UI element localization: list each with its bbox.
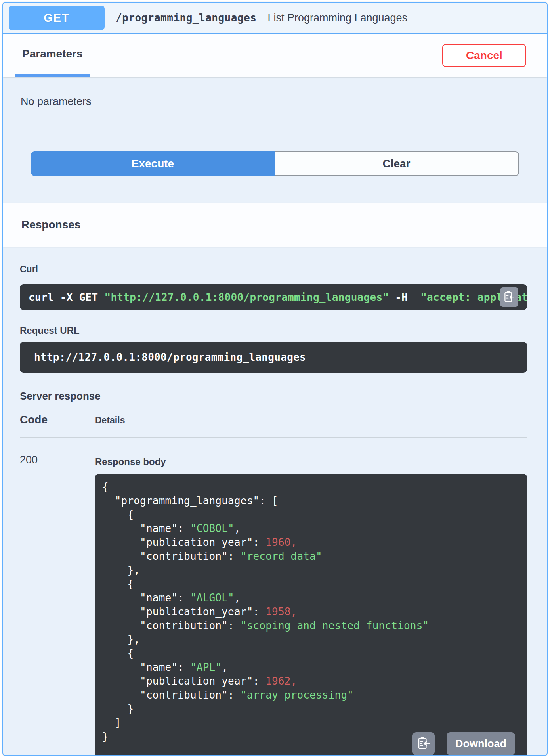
clipboard-copy-icon <box>503 290 515 304</box>
execute-wrapper: Execute Clear <box>3 108 547 203</box>
opblock-summary[interactable]: GET /programming_languages List Programm… <box>3 3 547 34</box>
request-url-value: http://127.0.0.1:8000/programming_langua… <box>34 351 306 363</box>
response-table-header: Code Details <box>20 413 527 438</box>
responses-section-header: Responses <box>3 203 547 247</box>
cancel-button[interactable]: Cancel <box>442 44 526 67</box>
responses-title: Responses <box>21 218 80 231</box>
tab-parameters[interactable]: Parameters <box>15 34 90 77</box>
response-body-actions: Download <box>412 732 515 755</box>
response-body-block: { "programming_languages": [ { "name": "… <box>95 474 527 756</box>
copy-response-button[interactable] <box>412 732 435 755</box>
parameters-title: Parameters <box>22 48 83 60</box>
endpoint-path: /programming_languages <box>116 12 256 24</box>
request-url-label: Request URL <box>20 325 527 336</box>
responses-inner: Curl curl -X GET "http://127.0.0.1:8000/… <box>3 247 547 756</box>
details-column-header: Details <box>95 415 527 426</box>
execute-button[interactable]: Execute <box>31 151 275 176</box>
no-parameters-text: No parameters <box>3 77 547 108</box>
method-badge: GET <box>9 6 105 30</box>
curl-command-block[interactable]: curl -X GET "http://127.0.0.1:8000/progr… <box>20 284 527 310</box>
response-details-cell: Response body { "programming_languages":… <box>95 438 527 756</box>
clear-button[interactable]: Clear <box>275 151 519 176</box>
server-response-label: Server response <box>20 390 527 402</box>
copy-curl-button[interactable] <box>500 287 518 307</box>
endpoint-summary: List Programming Languages <box>267 12 407 24</box>
clipboard-copy-icon <box>417 736 430 752</box>
response-table-row: 200 Response body { "programming_languag… <box>20 438 527 756</box>
opblock-get: GET /programming_languages List Programm… <box>2 2 548 756</box>
download-button[interactable]: Download <box>447 732 515 755</box>
request-url-block: http://127.0.0.1:8000/programming_langua… <box>20 342 527 373</box>
code-column-header: Code <box>20 413 95 426</box>
curl-label: Curl <box>20 264 527 275</box>
curl-command-text: curl -X GET "http://127.0.0.1:8000/progr… <box>29 291 527 303</box>
status-code: 200 <box>20 438 95 756</box>
parameters-section-header: Parameters Cancel <box>3 34 547 77</box>
response-body-json: { "programming_languages": [ { "name": "… <box>102 480 527 744</box>
response-body-label: Response body <box>95 456 527 467</box>
